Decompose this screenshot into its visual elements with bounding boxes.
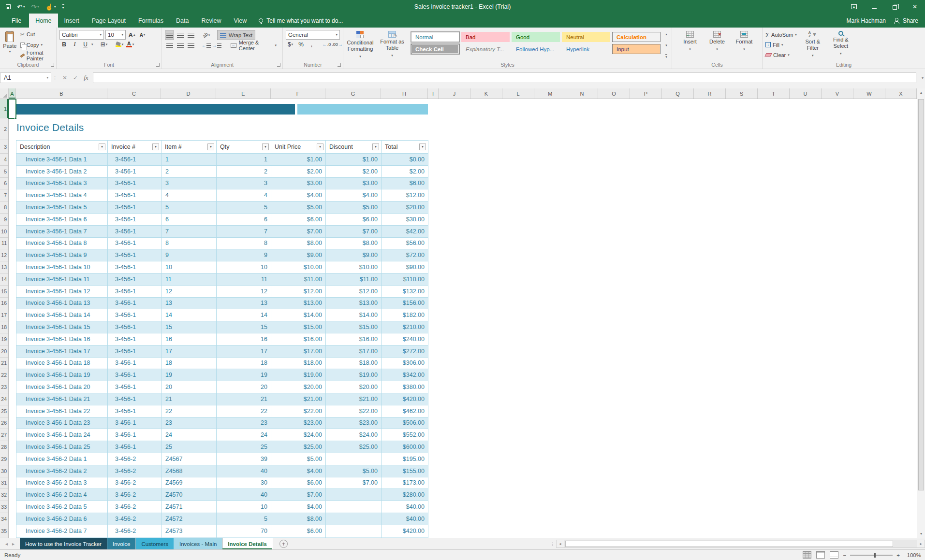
cell[interactable]: $5.00 [326, 201, 382, 213]
clear-button[interactable]: Clear▾ [765, 51, 797, 59]
cell[interactable]: 3-456-1 [108, 333, 162, 345]
row-header-12[interactable]: 12 [0, 249, 8, 261]
cell[interactable]: 14 [217, 309, 271, 321]
gallery-up-button[interactable]: ▴ [665, 32, 667, 36]
cell[interactable]: $420.00 [382, 525, 428, 537]
row-header-9[interactable]: 9 [0, 214, 8, 226]
table-header-description[interactable]: Description▾ [16, 141, 108, 153]
column-header-g[interactable]: G [325, 88, 381, 99]
cut-button[interactable]: ✂Cut [19, 30, 55, 39]
tab-view[interactable]: View [227, 14, 253, 28]
row-header-24[interactable]: 24 [0, 393, 8, 405]
increase-decimal-button[interactable]: ←.0 [322, 40, 331, 49]
cell[interactable]: 3-456-1 [108, 405, 162, 417]
row-header-27[interactable]: 27 [0, 429, 8, 441]
underline-button[interactable]: U [81, 40, 90, 49]
cell[interactable]: $21.00 [326, 393, 382, 405]
cell[interactable]: 18 [162, 358, 217, 369]
cell[interactable]: 20 [217, 381, 271, 393]
decrease-font-button[interactable]: A▾ [138, 30, 147, 40]
cell[interactable]: Invoice 3-456-1 Data 19 [16, 369, 108, 381]
row-header-5[interactable]: 5 [0, 166, 8, 178]
column-header-r[interactable]: R [694, 88, 726, 99]
row-header-1[interactable]: 1 [0, 99, 8, 118]
cell[interactable]: Invoice 3-456-1 Data 12 [16, 286, 108, 297]
row-header-20[interactable]: 20 [0, 345, 8, 358]
column-header-o[interactable]: O [598, 88, 630, 99]
row-header-35[interactable]: 35 [0, 525, 8, 537]
row-header-25[interactable]: 25 [0, 405, 8, 417]
cell[interactable]: Invoice 3-456-1 Data 10 [16, 261, 108, 273]
cell[interactable]: $24.00 [271, 429, 326, 441]
zoom-level[interactable]: 100% [905, 552, 921, 558]
zoom-out-button[interactable]: − [843, 552, 847, 558]
cell[interactable]: $5.00 [271, 201, 326, 213]
cell[interactable]: $17.00 [271, 345, 326, 357]
active-cell-a1[interactable] [8, 99, 16, 119]
cell[interactable]: $25.00 [271, 441, 326, 453]
percent-style-button[interactable]: % [296, 40, 306, 49]
row-header-18[interactable]: 18 [0, 321, 8, 333]
row-header-7[interactable]: 7 [0, 189, 8, 201]
column-header-f[interactable]: F [271, 88, 325, 99]
column-header-d[interactable]: D [161, 88, 216, 99]
tab-page-layout[interactable]: Page Layout [86, 14, 132, 28]
cell[interactable]: $7.00 [326, 226, 382, 237]
cell[interactable]: 5 [162, 201, 217, 213]
cell[interactable]: 6 [162, 214, 217, 225]
tab-data[interactable]: Data [170, 14, 195, 28]
cell[interactable]: $90.00 [382, 261, 428, 273]
cell[interactable]: 10 [217, 261, 271, 273]
underline-dropdown-icon[interactable]: ▾ [91, 43, 93, 46]
filter-button-invoice[interactable]: ▾ [152, 144, 159, 150]
cell[interactable]: $25.00 [326, 441, 382, 453]
gallery-down-button[interactable]: ▾ [665, 43, 667, 47]
cell[interactable]: $18.00 [271, 358, 326, 369]
cell[interactable]: Invoice 3-456-2 Data 3 [16, 477, 108, 489]
column-header-w[interactable]: W [853, 88, 885, 99]
cell[interactable]: 24 [217, 429, 271, 441]
align-bottom-button[interactable] [186, 30, 195, 40]
cell[interactable]: 1 [162, 154, 217, 165]
cell[interactable]: 13 [162, 298, 217, 309]
cell[interactable]: 8 [162, 238, 217, 249]
cell[interactable]: 3-456-2 [108, 477, 162, 489]
cell[interactable]: $16.00 [271, 333, 326, 345]
row-header-30[interactable]: 30 [0, 465, 8, 477]
cell[interactable]: 3-456-1 [108, 201, 162, 213]
cell[interactable] [326, 525, 382, 537]
select-all-corner[interactable] [0, 88, 9, 99]
bold-button[interactable]: B [59, 40, 69, 49]
column-header-n[interactable]: N [566, 88, 598, 99]
cell[interactable]: Invoice 3-456-1 Data 14 [16, 309, 108, 321]
filter-button-discount[interactable]: ▾ [372, 144, 379, 150]
cell[interactable]: Invoice 3-456-2 Data 2 [16, 465, 108, 477]
cell[interactable]: 39 [217, 453, 271, 465]
cell[interactable]: 2 [162, 166, 217, 177]
cell[interactable]: 3-456-1 [108, 417, 162, 429]
cell[interactable]: $22.00 [271, 405, 326, 417]
cell[interactable]: 3-456-1 [108, 214, 162, 225]
cell[interactable] [326, 513, 382, 525]
cell[interactable]: 40 [217, 465, 271, 477]
cell[interactable]: $6.00 [271, 525, 326, 537]
cell[interactable]: $42.00 [382, 226, 428, 237]
cell[interactable]: 3-456-2 [108, 465, 162, 477]
format-as-table-button[interactable]: Format as Table ▾ [376, 29, 408, 61]
cell[interactable]: $11.00 [326, 273, 382, 285]
redo-button[interactable]: ↷▾ [31, 3, 39, 11]
sheet-tab-invoice-details[interactable]: Invoice Details [222, 538, 273, 549]
tab-home[interactable]: Home [29, 14, 58, 28]
cell[interactable]: 3-456-1 [108, 286, 162, 297]
cell[interactable]: Z4569 [162, 477, 217, 489]
column-header-u[interactable]: U [790, 88, 822, 99]
cell[interactable]: 22 [162, 405, 217, 417]
cell[interactable]: $24.00 [326, 429, 382, 441]
cell-style-normal[interactable]: Normal [411, 32, 459, 42]
cell[interactable]: $6.00 [382, 178, 428, 189]
cell[interactable]: Z4568 [162, 465, 217, 477]
cell[interactable]: 16 [217, 333, 271, 345]
undo-button[interactable]: ↶▾ [17, 3, 25, 11]
row-header-21[interactable]: 21 [0, 358, 8, 370]
cell[interactable]: $13.00 [326, 298, 382, 309]
